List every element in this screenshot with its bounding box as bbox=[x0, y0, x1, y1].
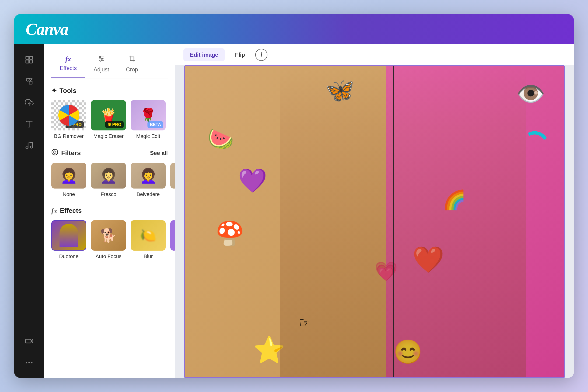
watermelon-sticker: 🍉 bbox=[208, 128, 234, 149]
filters-heading-label: Filters bbox=[61, 149, 81, 157]
filter-fresco[interactable]: 👩‍🦱 Fresco bbox=[91, 163, 126, 198]
effects-tab-icon: fx bbox=[65, 55, 71, 63]
filter-fresco-label: Fresco bbox=[100, 191, 116, 198]
filters-grid: 👩‍🦱 None 👩‍🦱 Fresco 👩‍🦱 Belvedere bbox=[51, 163, 168, 198]
sidebar-item-video[interactable] bbox=[21, 333, 38, 350]
effects-grid: Duotone 🐕 Auto Focus 🍋 Blur bbox=[51, 220, 168, 260]
sidebar-item-elements[interactable] bbox=[21, 73, 38, 90]
autofocus-thumb: 🐕 bbox=[91, 220, 126, 250]
tab-crop[interactable]: Crop bbox=[118, 51, 146, 78]
magic-eraser-thumb: 🍟 ♛ PRO bbox=[91, 100, 126, 130]
sidebar-item-templates[interactable] bbox=[21, 51, 38, 68]
effect-duotone[interactable]: Duotone bbox=[51, 220, 86, 260]
tab-adjust[interactable]: Adjust bbox=[85, 51, 118, 78]
svg-point-20 bbox=[100, 56, 100, 58]
edit-image-button[interactable]: Edit image bbox=[184, 48, 225, 61]
svg-rect-1 bbox=[30, 56, 33, 60]
canvas-content: 👁️ 🦋 🍉 💜 🍄 🌈 ❤️ 💗 ⭐ 😊 ☞ bbox=[175, 65, 574, 378]
person-photo bbox=[280, 66, 526, 377]
duotone-thumb bbox=[51, 220, 86, 250]
flower-icon: 🌹 bbox=[140, 108, 156, 123]
canva-logo: Canva bbox=[26, 20, 68, 39]
svg-point-22 bbox=[100, 60, 101, 61]
filter-belvedere-thumb: 👩‍🦱 bbox=[131, 163, 166, 188]
svg-point-4 bbox=[26, 78, 29, 81]
autofocus-label: Auto Focus bbox=[96, 254, 121, 260]
effects-tab-label: Effects bbox=[60, 65, 77, 72]
info-button[interactable]: i bbox=[255, 49, 268, 61]
filter-belvedere[interactable]: 👩‍🦱 Belvedere bbox=[131, 163, 166, 198]
filter-fresco-thumb: 👩‍🦱 bbox=[91, 163, 126, 188]
effects-panel: fx Effects bbox=[44, 44, 175, 378]
beach-ball-visual bbox=[58, 105, 79, 126]
heart-purple-sticker: 💜 bbox=[238, 169, 267, 192]
sidebar-item-uploads[interactable] bbox=[21, 94, 38, 111]
canvas-frame: 👁️ 🦋 🍉 💜 🍄 🌈 ❤️ 💗 ⭐ 😊 ☞ bbox=[184, 65, 565, 378]
sidebar-item-more[interactable] bbox=[21, 354, 38, 371]
tools-heading-label: Tools bbox=[60, 87, 76, 94]
fries-icon: 🍟 bbox=[100, 108, 117, 123]
blur-visual: 🍋 bbox=[140, 228, 156, 243]
filters-icon bbox=[51, 149, 58, 157]
blur-label: Blur bbox=[144, 254, 152, 260]
icon-sidebar bbox=[14, 44, 44, 378]
sparkle-icon: ✦ bbox=[51, 87, 57, 94]
tool-magic-edit[interactable]: 🌹 BETA Magic Edit bbox=[131, 100, 166, 139]
sidebar-item-audio[interactable] bbox=[21, 137, 38, 154]
magic-edit-label: Magic Edit bbox=[136, 133, 160, 139]
magic-eraser-badge: ♛ PRO bbox=[105, 121, 124, 128]
tools-section-heading: ✦ Tools bbox=[51, 87, 168, 94]
filter-none[interactable]: 👩‍🦱 None bbox=[51, 163, 86, 198]
fx-icon: fx bbox=[51, 207, 57, 215]
duotone-visual bbox=[60, 224, 78, 247]
svg-rect-2 bbox=[26, 60, 29, 63]
svg-rect-3 bbox=[30, 60, 33, 63]
filter-none-thumb: 👩‍🦱 bbox=[51, 163, 86, 188]
svg-marker-6 bbox=[29, 78, 32, 81]
tool-magic-eraser[interactable]: 🍟 ♛ PRO Magic Eraser bbox=[91, 100, 126, 139]
effects-section-heading: fx Effects bbox=[51, 207, 168, 215]
tab-effects[interactable]: fx Effects bbox=[51, 51, 85, 78]
tool-bg-remover[interactable]: ♛ PRO BG Remover bbox=[51, 100, 86, 139]
svg-point-15 bbox=[28, 362, 30, 363]
effect-more-edge bbox=[170, 220, 175, 250]
svg-point-16 bbox=[31, 362, 32, 363]
sidebar-item-text[interactable] bbox=[21, 116, 38, 132]
tools-grid: ♛ PRO BG Remover 🍟 ♛ PRO bbox=[51, 100, 168, 139]
duotone-label: Duotone bbox=[59, 254, 78, 260]
crown-icon2: ♛ bbox=[108, 122, 111, 127]
svg-point-10 bbox=[26, 147, 28, 149]
filter-none-label: None bbox=[63, 191, 75, 198]
canvas-area: Edit image Flip i 👁️ bbox=[175, 44, 574, 378]
crop-tab-label: Crop bbox=[126, 66, 138, 73]
flip-button[interactable]: Flip bbox=[228, 48, 252, 61]
header-bar: Canva bbox=[14, 14, 574, 44]
svg-rect-12 bbox=[26, 339, 31, 343]
crop-tab-icon bbox=[128, 55, 136, 64]
effect-autofocus[interactable]: 🐕 Auto Focus bbox=[91, 220, 126, 260]
adjust-tab-icon bbox=[98, 55, 105, 64]
see-all-button[interactable]: See all bbox=[150, 150, 168, 156]
svg-point-25 bbox=[54, 151, 56, 153]
main-layout: fx Effects bbox=[14, 44, 574, 378]
canvas-toolbar: Edit image Flip i bbox=[175, 44, 574, 65]
adjust-tab-label: Adjust bbox=[94, 66, 109, 73]
effect-blur[interactable]: 🍋 Blur bbox=[131, 220, 166, 260]
svg-point-21 bbox=[101, 58, 102, 59]
svg-point-14 bbox=[26, 362, 27, 363]
magic-eraser-label: Magic Eraser bbox=[93, 133, 124, 139]
panel-wrapper: fx Effects bbox=[44, 44, 175, 378]
app-window: Canva bbox=[14, 14, 574, 378]
bg-remover-label: BG Remover bbox=[54, 133, 84, 139]
svg-rect-5 bbox=[29, 81, 32, 84]
mushroom-sticker: 🍄 bbox=[215, 222, 244, 245]
panel-tabs: fx Effects bbox=[51, 51, 168, 78]
svg-rect-23 bbox=[130, 57, 134, 61]
filter-belvedere-label: Belvedere bbox=[136, 191, 160, 198]
magic-edit-badge: BETA bbox=[148, 121, 163, 128]
svg-rect-0 bbox=[26, 56, 29, 60]
blur-thumb: 🍋 bbox=[131, 220, 166, 250]
filter-more bbox=[170, 163, 175, 188]
filters-header: Filters See all bbox=[51, 149, 168, 157]
filters-section-heading: Filters bbox=[51, 149, 81, 157]
